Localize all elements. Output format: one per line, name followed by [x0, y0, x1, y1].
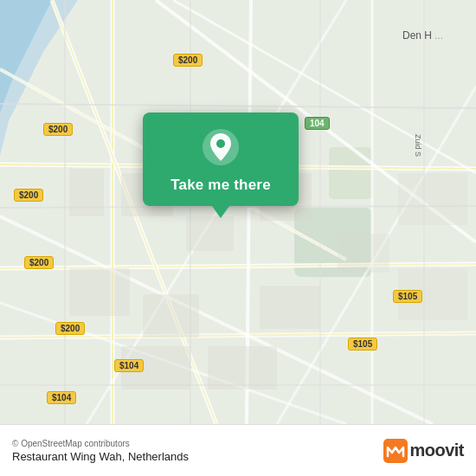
moovit-text: moovit	[409, 441, 464, 460]
road-badge-s200-left2: $200	[14, 189, 43, 202]
map-svg: Den H ... Zuid S	[0, 0, 476, 424]
svg-rect-39	[338, 234, 389, 273]
road-badge-s200-top: $200	[173, 54, 203, 67]
svg-rect-40	[398, 173, 467, 225]
moovit-icon	[383, 439, 408, 463]
bottom-info: © OpenStreetMap contributors Restaurant …	[12, 439, 189, 463]
location-pin-icon	[202, 128, 240, 166]
road-badge-s105-right1: $105	[393, 290, 422, 303]
location-name: Restaurant Wing Wah, Netherlands	[12, 450, 189, 463]
road-badge-s104-bottom1: $104	[114, 359, 144, 372]
road-badge-s104-bottom2: $104	[47, 391, 76, 404]
road-badge-104-right: 104	[305, 117, 330, 130]
navigate-popup[interactable]: Take me there	[143, 113, 299, 206]
svg-rect-2	[329, 147, 372, 199]
copyright-text: © OpenStreetMap contributors	[12, 439, 189, 448]
svg-rect-33	[69, 268, 130, 316]
take-me-there-label: Take me there	[170, 177, 271, 194]
svg-rect-31	[186, 216, 234, 251]
svg-text:Zuid S: Zuid S	[414, 134, 422, 157]
svg-rect-35	[260, 286, 320, 329]
svg-rect-34	[143, 294, 199, 338]
svg-rect-38	[69, 169, 104, 216]
road-badge-s200-left3: $200	[24, 256, 54, 269]
svg-point-46	[216, 139, 225, 148]
map-area: Den H ... Zuid S $200 $200 $200 $200 $20…	[0, 0, 476, 424]
road-badge-s200-left4: $200	[55, 322, 85, 335]
road-badge-s200-left1: $200	[43, 123, 73, 136]
svg-rect-37	[208, 346, 277, 389]
svg-text:Den H: Den H	[402, 29, 432, 42]
svg-text:...: ...	[434, 29, 443, 42]
road-badge-s105-right2: $105	[348, 338, 377, 351]
bottom-bar: © OpenStreetMap contributors Restaurant …	[0, 424, 476, 476]
moovit-logo: moovit	[383, 439, 464, 463]
